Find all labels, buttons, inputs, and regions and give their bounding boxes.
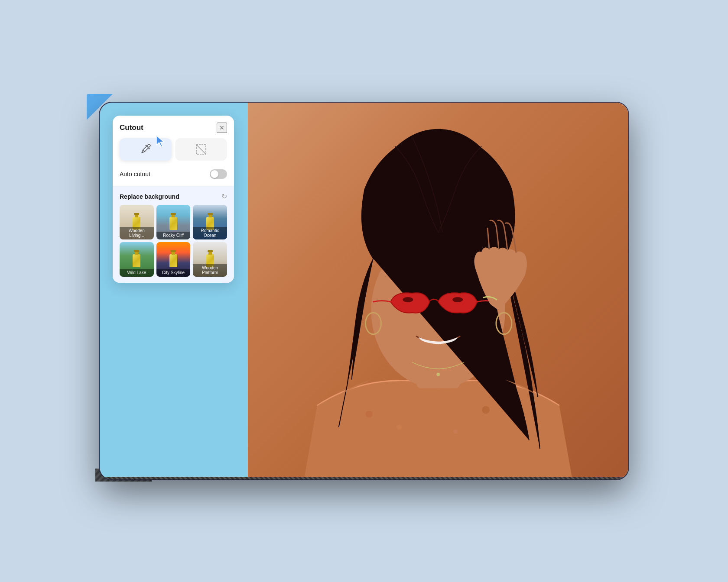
bg-item-rocky-cliff[interactable]: Rocky Cliff xyxy=(156,205,191,239)
tab-erase[interactable] xyxy=(175,138,227,161)
auto-cutout-toggle[interactable] xyxy=(210,169,227,179)
svg-point-2 xyxy=(396,424,402,430)
svg-point-5 xyxy=(453,429,458,433)
bg-label-city-skyline: City Skyline xyxy=(156,269,191,277)
replace-background-section: Replace background ↻ Wooden Living... xyxy=(113,186,234,283)
tab-row xyxy=(113,138,234,166)
svg-point-13 xyxy=(436,373,440,376)
background-grid: Wooden Living... Rocky Cliff xyxy=(120,205,227,277)
svg-line-18 xyxy=(196,145,206,154)
cursor-arrow-icon xyxy=(154,134,168,148)
bottom-stripe-decoration xyxy=(100,477,628,479)
replace-bg-title: Replace background xyxy=(120,193,179,200)
svg-point-16 xyxy=(146,145,147,146)
outer-wrapper: Cutout × xyxy=(100,103,628,479)
bottle-city-skyline xyxy=(169,254,177,267)
bottle-wild-lake xyxy=(133,254,140,267)
auto-cutout-row: Auto cutout xyxy=(113,166,234,186)
svg-point-10 xyxy=(452,297,463,302)
bg-label-wild-lake: Wild Lake xyxy=(120,269,154,277)
bg-label-romantic-ocean: Romantic Ocean xyxy=(193,227,227,239)
bg-label-wooden-living: Wooden Living... xyxy=(120,227,154,239)
cutout-title: Cutout xyxy=(120,123,143,132)
svg-point-15 xyxy=(149,148,150,149)
woman-silhouette xyxy=(248,103,628,479)
bg-item-wild-lake[interactable]: Wild Lake xyxy=(120,242,154,277)
svg-point-1 xyxy=(365,411,372,417)
bg-item-city-skyline[interactable]: City Skyline xyxy=(156,242,191,277)
cursor-indicator xyxy=(154,134,168,149)
main-photo xyxy=(248,103,628,479)
auto-cutout-label: Auto cutout xyxy=(120,171,150,178)
bottle-rocky-cliff xyxy=(169,217,177,230)
erase-icon xyxy=(195,143,207,155)
bg-item-wooden-platform[interactable]: Wooden Platform xyxy=(193,242,227,277)
bg-item-romantic-ocean[interactable]: Romantic Ocean xyxy=(193,205,227,239)
svg-point-9 xyxy=(403,297,413,302)
refresh-icon[interactable]: ↻ xyxy=(221,192,227,200)
replace-bg-header: Replace background ↻ xyxy=(120,192,227,200)
cutout-panel: Cutout × xyxy=(113,116,234,283)
bg-label-rocky-cliff: Rocky Cliff xyxy=(156,232,191,239)
draw-icon xyxy=(140,143,152,155)
bg-item-wooden-living[interactable]: Wooden Living... xyxy=(120,205,154,239)
device-screen: Cutout × xyxy=(100,103,628,479)
close-button[interactable]: × xyxy=(217,123,227,133)
device-frame: Cutout × xyxy=(100,103,628,479)
svg-point-14 xyxy=(147,146,149,148)
cutout-header: Cutout × xyxy=(113,116,234,138)
svg-point-3 xyxy=(482,406,490,414)
bg-label-wooden-platform: Wooden Platform xyxy=(193,264,227,277)
